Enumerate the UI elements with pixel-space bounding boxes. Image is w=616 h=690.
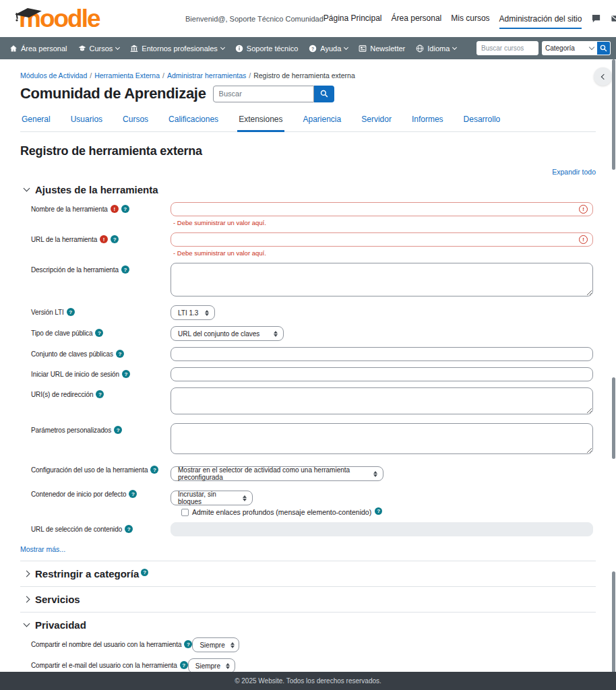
nav-pagina-principal[interactable]: Página Principal [324,13,382,24]
help-icon[interactable] [375,507,382,515]
divider [20,612,596,613]
select-arrows-icon [243,495,247,501]
help-icon[interactable] [184,640,192,648]
navbar-cursos[interactable]: Cursos [78,44,120,53]
navbar-idioma[interactable]: Idioma [416,44,456,53]
nav-area-personal[interactable]: Área personal [392,13,442,24]
section-servicios[interactable]: Servicios [24,594,596,605]
open-drawer-button[interactable] [594,67,612,86]
form-row-content-url: URL de selección de contenido [31,522,596,536]
admin-tabs: General Usuarios Cursos Calificaciones E… [20,111,596,132]
chevron-left-icon [600,73,606,79]
site-footer: © 2025 Website. Todos los derechos reser… [0,672,616,690]
help-icon[interactable] [111,235,119,243]
help-icon[interactable] [121,265,129,274]
description-textarea[interactable] [171,263,593,296]
scrollbar-thumb[interactable] [612,59,615,170]
moodle-logo[interactable]: moodle [19,5,144,32]
admin-search-button[interactable] [314,86,334,102]
tab-informes[interactable]: Informes [410,111,445,131]
nav-administracion-del-sitio[interactable]: Administración del sitio [499,14,582,29]
breadcrumb-administrar[interactable]: Administrar herramientas [167,71,246,80]
required-icon [100,235,108,243]
help-icon[interactable] [122,370,130,378]
lti-version-select[interactable]: LTI 1.3 [171,305,215,320]
help-icon[interactable] [150,466,158,474]
help-icon[interactable] [125,525,133,533]
keyset-url-input[interactable] [171,347,593,361]
share-name-select[interactable]: Siempre [192,637,239,652]
navbar-soporte-tecnico[interactable]: Soporte técnico [235,44,298,53]
section-restringir-categoria[interactable]: Restringir a categoría [24,568,596,579]
select-arrows-icon [230,642,235,648]
form-heading: Registro de herramienta externa [20,144,596,158]
deep-linking-row: Admite enlaces profundos (mensaje elemen… [181,508,596,516]
newsletter-icon [359,44,367,53]
redirect-uris-textarea[interactable] [171,387,593,414]
navbar-area-personal[interactable]: Área personal [9,44,67,53]
tab-servidor[interactable]: Servidor [360,111,393,131]
messages-icon[interactable] [591,13,601,24]
help-icon[interactable] [121,205,129,213]
navbar-entornos-profesionales[interactable]: Entornos profesionales [130,44,224,53]
help-icon[interactable] [116,350,124,358]
login-url-input[interactable] [171,367,593,381]
tab-calificaciones[interactable]: Calificaciones [167,111,220,131]
form-row-tool-url: URL de la herramienta - Debe suministrar… [31,232,596,257]
scrollbar-thumb[interactable] [612,377,615,459]
moodle-admin-page: moodle Bienvenid@, Soporte Técnico Comun… [0,0,616,690]
field-label: URI(s) de redirección [31,391,93,398]
question-circle-icon: ? [309,44,317,53]
help-icon[interactable] [141,569,148,576]
form-row-redirect-uris: URI(s) de redirección [31,387,596,417]
tool-usage-select[interactable]: Mostrar en el selector de actividad como… [171,466,383,481]
help-icon[interactable] [95,329,103,337]
key-type-select[interactable]: URL del conjunto de claves [171,326,284,341]
help-icon[interactable] [67,308,75,316]
form-row-description: Descripción de la herramienta [31,263,596,299]
course-search-button[interactable] [597,41,611,55]
tab-apariencia[interactable]: Apariencia [302,111,343,131]
search-icon [600,44,607,52]
divider [20,561,596,561]
navbar-newsletter[interactable]: Newsletter [359,44,405,53]
admin-search-input[interactable] [213,86,314,102]
tab-general[interactable]: General [20,111,52,131]
help-icon[interactable] [129,490,137,498]
nav-mis-cursos[interactable]: Mis cursos [451,13,489,24]
tab-cursos[interactable]: Cursos [121,111,150,131]
help-icon[interactable] [114,426,122,434]
show-more-link[interactable]: Mostrar más... [20,545,65,553]
scrollbar-thumb[interactable] [612,571,615,674]
deep-linking-checkbox[interactable] [181,509,189,516]
expand-all-link[interactable]: Expandir todo [552,168,596,176]
chevron-down-icon [452,45,457,50]
breadcrumb-modulos[interactable]: Módulos de Actividad [20,71,87,80]
form-row-default-container: Contenedor de inicio por defecto Incrust… [31,487,596,505]
copyright-text: © 2025 Website. Todos los derechos reser… [235,677,381,685]
checkbox-label: Admite enlaces profundos (mensaje elemen… [192,508,371,516]
navbar-ayuda[interactable]: ? Ayuda [309,44,348,53]
category-select[interactable]: Categoría [542,41,597,55]
tab-desarrollo[interactable]: Desarrollo [462,111,502,131]
field-label: Tipo de clave pública [31,330,92,337]
chevron-down-icon [115,45,120,50]
help-icon[interactable] [180,661,188,669]
select-arrows-icon [226,663,230,669]
tab-usuarios[interactable]: Usuarios [69,111,104,131]
select-arrows-icon [205,310,209,316]
tool-url-input[interactable] [171,232,593,247]
globe-icon [416,44,424,53]
share-email-select[interactable]: Siempre [188,658,235,673]
section-privacidad[interactable]: Privacidad [24,619,596,631]
section-ajustes[interactable]: Ajustes de la herramienta [24,184,596,195]
tab-extensiones[interactable]: Extensiones [237,111,284,132]
help-icon[interactable] [96,390,104,398]
course-search-input[interactable] [476,41,538,55]
breadcrumb-herramienta-externa[interactable]: Herramienta Externa [94,71,160,80]
custom-params-textarea[interactable] [171,423,593,454]
tool-name-input[interactable] [171,202,593,216]
chevron-down-icon [220,45,225,50]
default-container-select[interactable]: Incrustar, sin bloques [171,491,253,505]
notifications-envelope-icon[interactable] [611,13,616,24]
